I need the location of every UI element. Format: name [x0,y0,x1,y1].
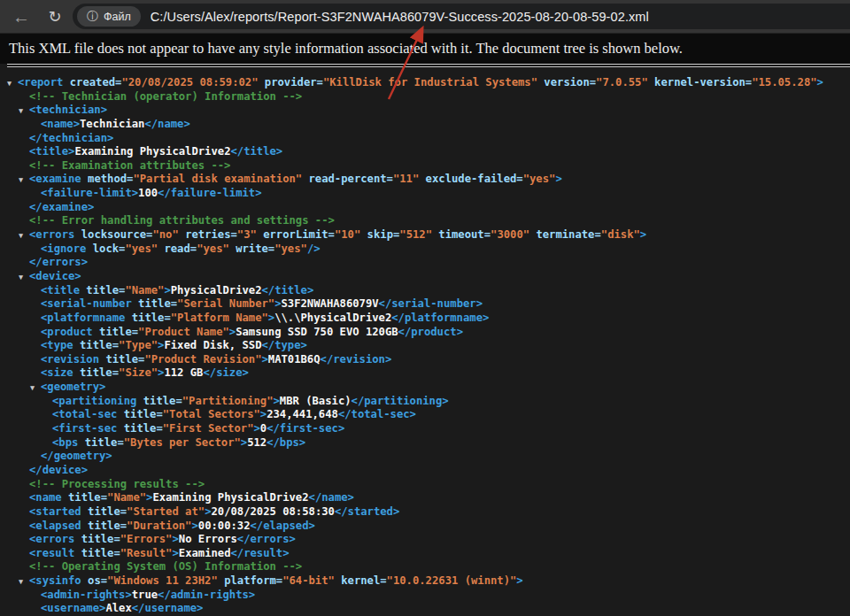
file-scheme-chip[interactable]: ⓘ Файл [77,6,141,27]
xml-token-attr: title= [81,505,127,518]
xml-token-val: "3000" [491,228,529,241]
xml-line: <result title="Result">Examined</result> [0,547,850,561]
browser-toolbar: ← ↻ ⓘ Файл C:/Users/Alex/reports/Report-… [0,0,850,34]
collapse-arrow-icon[interactable]: ▼ [19,229,23,243]
collapse-arrow-icon[interactable]: ▼ [30,381,35,396]
xml-line: </errors> [0,256,850,270]
xml-token-val: "Started at" [127,505,205,518]
collapse-arrow-icon[interactable]: ▼ [7,77,12,91]
xml-token-tag: <device> [29,270,81,282]
xml-token-txt: 112 GB [164,366,203,379]
xml-token-tag: <sysinfo [29,574,81,587]
xml-token-tag: > [253,422,259,435]
xml-line: </technician> [0,132,850,146]
xml-token-val: "64-bit" [282,574,335,587]
xml-token-tag: <report [18,76,63,89]
xml-token-attr: exclude-failed= [419,173,522,185]
xml-token-tag: <type [41,339,73,351]
xml-token-val: "Name" [125,284,164,296]
xml-token-tag: <result [29,547,74,559]
collapse-arrow-icon[interactable]: ▼ [19,271,23,285]
xml-token-val: "no" [152,228,178,241]
xml-token-val: "yes" [125,243,158,255]
xml-token-tag: </name> [144,118,189,130]
xml-token-val: "Size" [119,366,158,379]
collapse-arrow-icon[interactable]: ▼ [19,173,23,188]
reload-button[interactable]: ↻ [41,0,69,34]
xml-token-txt: MBR (Basic) [280,395,352,407]
xml-token-val: "Serial Number" [177,297,274,310]
xml-token-txt: Fixed Disk, SSD [164,339,261,351]
xml-token-tag: </first-sec> [267,422,344,435]
xml-token-tag: <serial-number [41,297,132,310]
xml-token-attr: kernel= [335,574,387,587]
xml-token-tag: </title> [230,145,282,158]
xml-token-attr: title= [78,436,123,449]
xml-token-tag: </username> [132,602,204,614]
xml-token-attr: title= [99,353,144,366]
xml-token-val: "Errors" [120,533,173,545]
url-text[interactable]: C:/Users/Alex/reports/Report-S3F2NWAHA86… [151,10,649,24]
xml-token-tag: </bps> [267,436,305,449]
address-bar[interactable]: ⓘ Файл C:/Users/Alex/reports/Report-S3F2… [73,4,850,29]
xml-line: <title>Examining PhysicalDrive2</title> [0,145,850,159]
xml-token-tag: <technician> [29,104,107,116]
xml-token-txt: true [132,589,158,601]
xml-token-attr: title= [62,491,107,504]
xml-token-tag: </serial-number> [379,297,483,310]
xml-line: </device> [0,464,850,478]
xml-token-tag: > [555,173,561,185]
xml-token-tag: </failure-limit> [158,187,261,199]
xml-line: <name>Technician</name> [0,118,850,132]
collapse-arrow-icon[interactable]: ▼ [19,575,23,589]
xml-token-tag: </partitioning> [352,395,449,407]
xml-token-attr: title= [73,366,119,379]
xml-line: <!-- Error handling attributes and setti… [0,214,850,228]
xml-token-com: <!-- Processing results --> [29,478,205,490]
xml-token-tag: > [172,547,178,559]
xml-token-txt: 20/08/2025 08:58:30 [211,505,334,518]
xml-token-val: "yes" [274,243,307,255]
xml-token-attr: title= [125,312,170,324]
xml-line: <total-sec title="Total Sectors">234,441… [0,408,850,422]
xml-token-txt: Examining PhysicalDrive2 [152,491,308,504]
xml-token-tag: </geometry> [41,450,112,462]
xml-token-val: "Name" [107,491,146,504]
xml-token-tag: </name> [309,491,354,504]
xml-token-tag: <ignore [41,243,86,255]
xml-token-attr: locksource= [74,228,152,241]
xml-token-com: <!-- Technician (operator) Information -… [29,90,302,103]
xml-token-val: "yes" [523,173,556,185]
xml-token-txt: 512 [247,436,267,449]
xml-token-txt: MAT01B6Q [268,353,321,366]
xml-line: <!-- Technician (operator) Information -… [0,90,850,104]
xml-token-attr: os= [81,574,107,587]
xml-token-val: "Bytes per Sector" [124,436,241,449]
xml-token-attr: errorLimit= [257,228,335,241]
xml-line: ▼<technician> [0,104,850,118]
xml-token-tag: > [516,574,522,587]
xml-token-tag: <name> [41,118,80,130]
xml-token-txt: S3F2NWAHA86079V [282,297,379,310]
xml-token-txt: 234,441,648 [267,408,338,420]
xml-line: </examine> [0,201,850,215]
xml-token-attr: title= [81,520,127,532]
xml-token-tag: > [262,353,268,366]
xml-token-tag: </device> [29,464,88,476]
xml-line: <username>Alex</username> [0,602,850,616]
xml-token-tag: <name [29,491,62,504]
xml-line: <type title="Type">Fixed Disk, SSD</type… [0,339,850,353]
xml-token-com: <!-- Examination attributes --> [29,159,230,172]
xml-token-txt: Examined [179,547,231,559]
xml-token-tag: > [817,76,823,89]
collapse-arrow-icon[interactable]: ▼ [19,104,23,119]
xml-token-val: "512" [399,228,432,241]
xml-token-tag: <examine [29,173,81,185]
back-button[interactable]: ← [7,0,35,34]
xml-token-attr: title= [73,339,119,351]
xml-token-attr: lock= [86,243,125,255]
xml-token-tag: </started> [335,505,399,518]
xml-token-tag: /> [307,243,321,255]
xml-token-attr: title= [132,297,177,310]
xml-token-tag: </technician> [29,132,113,144]
